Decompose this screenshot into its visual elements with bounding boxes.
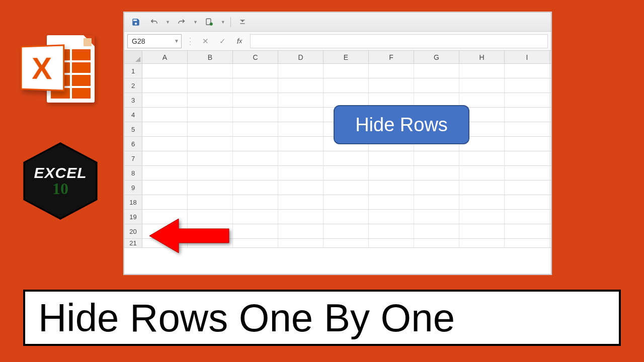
insert-function-button[interactable]: fx <box>233 35 246 48</box>
cell[interactable] <box>233 64 278 78</box>
cell[interactable] <box>188 78 233 93</box>
row-header[interactable]: 1 <box>124 64 142 78</box>
cell[interactable] <box>188 137 233 151</box>
cell[interactable] <box>142 122 188 136</box>
cell[interactable] <box>278 151 324 165</box>
cell[interactable] <box>233 108 278 122</box>
cell[interactable] <box>505 93 550 107</box>
row-header[interactable]: 18 <box>124 195 142 209</box>
cell[interactable] <box>324 195 369 209</box>
cell[interactable] <box>278 64 324 78</box>
redo-dropdown-icon[interactable]: ▼ <box>193 20 198 25</box>
cell[interactable] <box>369 224 414 238</box>
cell[interactable] <box>142 93 188 107</box>
undo-dropdown-icon[interactable]: ▼ <box>166 20 170 25</box>
cell[interactable] <box>278 108 324 122</box>
cell[interactable] <box>233 224 278 238</box>
select-all-corner[interactable] <box>124 51 142 63</box>
cell[interactable] <box>142 108 188 122</box>
col-header[interactable]: E <box>324 51 369 63</box>
col-header[interactable]: G <box>414 51 459 63</box>
row-header[interactable]: 21 <box>124 239 142 247</box>
cell[interactable] <box>142 78 188 93</box>
row-header[interactable]: 3 <box>124 93 142 107</box>
cell[interactable] <box>459 151 505 165</box>
cell[interactable] <box>505 151 550 165</box>
cell[interactable] <box>369 239 414 247</box>
cell[interactable] <box>278 137 324 151</box>
cell[interactable] <box>278 239 324 247</box>
customize-qat-button[interactable] <box>236 16 249 29</box>
cell[interactable] <box>505 180 550 195</box>
cell[interactable] <box>369 195 414 209</box>
cell[interactable] <box>278 93 324 107</box>
name-box[interactable]: G28 ▼ <box>127 34 182 48</box>
cell[interactable] <box>324 64 369 78</box>
cancel-formula-button[interactable]: ✕ <box>199 35 212 48</box>
cell[interactable] <box>233 239 278 247</box>
cell[interactable] <box>233 210 278 224</box>
redo-button[interactable] <box>175 16 188 29</box>
col-header[interactable]: B <box>188 51 233 63</box>
cell[interactable] <box>459 239 505 247</box>
cell[interactable] <box>142 195 188 209</box>
cell[interactable] <box>188 108 233 122</box>
cell[interactable] <box>414 78 459 93</box>
save-button[interactable] <box>129 16 142 29</box>
cell[interactable] <box>188 122 233 136</box>
cell[interactable] <box>188 166 233 180</box>
cell[interactable] <box>324 78 369 93</box>
cell[interactable] <box>142 180 188 195</box>
cell[interactable] <box>233 166 278 180</box>
cell[interactable] <box>278 224 324 238</box>
cell[interactable] <box>369 78 414 93</box>
col-header[interactable]: C <box>233 51 278 63</box>
cell[interactable] <box>414 224 459 238</box>
cell[interactable] <box>459 210 505 224</box>
cell[interactable] <box>505 210 550 224</box>
row-header[interactable]: 6 <box>124 137 142 151</box>
name-box-dropdown-icon[interactable]: ▼ <box>174 38 179 44</box>
cell[interactable] <box>414 210 459 224</box>
cell[interactable] <box>324 239 369 247</box>
cell[interactable] <box>233 78 278 93</box>
cell[interactable] <box>369 166 414 180</box>
cell[interactable] <box>142 137 188 151</box>
cell[interactable] <box>459 180 505 195</box>
row-header[interactable]: 7 <box>124 151 142 165</box>
cell[interactable] <box>414 64 459 78</box>
cell[interactable] <box>369 151 414 165</box>
col-header[interactable]: H <box>459 51 505 63</box>
row-header[interactable]: 5 <box>124 122 142 136</box>
cell[interactable] <box>505 195 550 209</box>
touch-dropdown-icon[interactable]: ▼ <box>221 20 225 25</box>
cell[interactable] <box>233 180 278 195</box>
cell[interactable] <box>324 166 369 180</box>
cell[interactable] <box>459 195 505 209</box>
cell[interactable] <box>459 224 505 238</box>
cell[interactable] <box>188 195 233 209</box>
cell[interactable] <box>369 64 414 78</box>
formula-input[interactable] <box>250 34 548 48</box>
cell[interactable] <box>188 151 233 165</box>
row-header[interactable]: 19 <box>124 210 142 224</box>
col-header[interactable]: F <box>369 51 414 63</box>
cell[interactable] <box>188 180 233 195</box>
cell[interactable] <box>278 78 324 93</box>
cell[interactable] <box>369 210 414 224</box>
cell[interactable] <box>142 166 188 180</box>
undo-button[interactable] <box>147 16 160 29</box>
cell[interactable] <box>459 64 505 78</box>
cell[interactable] <box>324 151 369 165</box>
row-header[interactable]: 2 <box>124 78 142 93</box>
cell[interactable] <box>324 180 369 195</box>
cell[interactable] <box>278 180 324 195</box>
cell[interactable] <box>324 224 369 238</box>
cell[interactable] <box>459 166 505 180</box>
cell[interactable] <box>278 210 324 224</box>
cell[interactable] <box>278 166 324 180</box>
cell[interactable] <box>233 137 278 151</box>
cell[interactable] <box>414 180 459 195</box>
cell[interactable] <box>188 64 233 78</box>
cell[interactable] <box>505 137 550 151</box>
